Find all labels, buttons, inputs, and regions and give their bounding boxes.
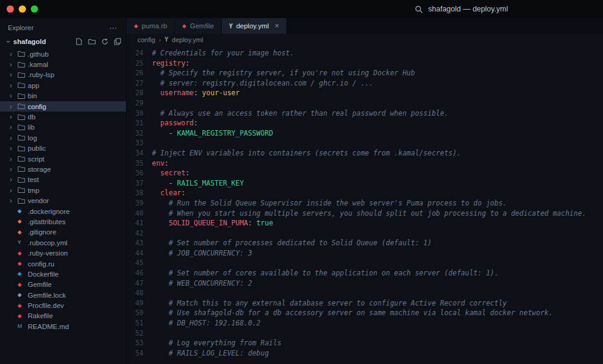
chevron-right-icon: › xyxy=(10,113,17,121)
maximize-window-button[interactable] xyxy=(31,5,38,13)
line-number: 50 xyxy=(127,308,152,318)
code-line-42: 42 xyxy=(127,228,603,239)
breadcrumb-file[interactable]: deploy.yml xyxy=(172,36,203,43)
line-number: 47 xyxy=(127,278,152,289)
code-line-43: 43 # Set number of processes dedicated t… xyxy=(127,238,603,248)
tree-file-Gemfile[interactable]: ◆Gemfile xyxy=(0,280,126,290)
ruby-icon: ◆ xyxy=(17,261,28,266)
tab-puma.rb[interactable]: ◆puma.rb xyxy=(127,18,175,34)
refresh-icon[interactable] xyxy=(101,38,109,45)
explorer-sidebar: Explorer ⋯ › shafagold xyxy=(0,18,127,364)
new-folder-icon[interactable] xyxy=(88,38,96,45)
tree-folder-bin[interactable]: ›bin xyxy=(0,91,126,101)
window-controls xyxy=(0,5,38,13)
tree-folder-log[interactable]: ›log xyxy=(0,133,126,143)
tree-folder-storage[interactable]: ›storage xyxy=(0,164,126,174)
chevron-right-icon: › xyxy=(10,92,17,99)
tree-folder-test[interactable]: ›test xyxy=(0,175,126,185)
collapse-all-icon[interactable] xyxy=(114,38,121,45)
folder-icon xyxy=(17,103,28,110)
tree-file-Dockerfile[interactable]: ◆Dockerfile xyxy=(0,269,126,279)
tree-folder-vendor[interactable]: ›vendor xyxy=(0,195,126,206)
tree-file-Gemfile.lock[interactable]: ◆Gemfile.lock xyxy=(0,290,126,300)
chevron-right-icon: › xyxy=(10,155,17,163)
code-line-40: 40 # When you start using multiple serve… xyxy=(127,209,603,219)
tab-deploy.yml[interactable]: Ydeploy.yml× xyxy=(222,18,287,34)
code-line-46: 46 # Set number of cores available to th… xyxy=(127,268,603,278)
tree-folder-.ruby-lsp[interactable]: ›.ruby-lsp xyxy=(0,70,126,80)
folder-icon xyxy=(17,145,28,152)
line-number: 41 xyxy=(127,218,152,228)
folder-icon xyxy=(17,82,28,89)
code-line-24: 24# Credentials for your image host. xyxy=(127,48,603,58)
code-line-31: 31 password: xyxy=(127,118,603,128)
tree-file-Rakefile[interactable]: ◆Rakefile xyxy=(0,311,126,321)
code-line-52: 52 xyxy=(127,328,603,339)
tree-folder-.kamal[interactable]: ›.kamal xyxy=(0,59,126,69)
line-number: 35 xyxy=(127,158,152,169)
tree-folder-app[interactable]: ›app xyxy=(0,80,126,90)
folder-icon xyxy=(17,198,28,204)
code-line-32: 32 - KAMAL_REGISTRY_PASSWORD xyxy=(127,128,603,139)
line-number: 30 xyxy=(127,108,152,119)
folder-icon xyxy=(17,93,28,99)
chevron-right-icon: › xyxy=(10,176,17,183)
tree-file-.dockerignore[interactable]: ◆.dockerignore xyxy=(0,206,126,216)
line-number: 39 xyxy=(127,198,152,209)
tree-file-.rubocop.yml[interactable]: Y.rubocop.yml xyxy=(0,237,126,248)
code-line-35: 35env: xyxy=(127,158,603,169)
line-number: 32 xyxy=(127,128,152,139)
tree-file-config.ru[interactable]: ◆config.ru xyxy=(0,259,126,269)
chevron-right-icon: › xyxy=(10,197,17,204)
line-number: 28 xyxy=(127,88,152,98)
explorer-header-label: Explorer xyxy=(8,24,34,31)
tree-folder-script[interactable]: ›script xyxy=(0,154,126,164)
tree-folder-lib[interactable]: ›lib xyxy=(0,122,126,133)
tree-file-.ruby-version[interactable]: ◆.ruby-version xyxy=(0,248,126,258)
tree-file-Procfile.dev[interactable]: ◆Procfile.dev xyxy=(0,300,126,310)
search-icon[interactable] xyxy=(415,5,423,13)
close-tab-icon[interactable]: × xyxy=(275,22,279,30)
line-number: 45 xyxy=(127,258,152,268)
breadcrumb[interactable]: config › Y deploy.yml xyxy=(127,34,603,45)
folder-icon xyxy=(17,114,28,121)
line-number: 54 xyxy=(127,348,152,359)
minimize-window-button[interactable] xyxy=(19,5,26,13)
code-line-49: 49 # Match this to any external database… xyxy=(127,298,603,309)
folder-icon xyxy=(17,166,28,172)
code-line-50: 50 # Use shafagold-db for a db accessory… xyxy=(127,308,603,318)
line-number: 24 xyxy=(127,48,152,58)
yaml-icon: Y xyxy=(229,23,233,30)
code-line-54: 54 # RAILS_LOG_LEVEL: debug xyxy=(127,348,603,359)
chevron-right-icon: › xyxy=(10,166,17,173)
line-number: 31 xyxy=(127,118,152,128)
breadcrumb-folder[interactable]: config xyxy=(137,36,155,43)
line-number: 38 xyxy=(127,188,152,198)
tree-file-.gitattributes[interactable]: ◆.gitattributes xyxy=(0,216,126,227)
chevron-right-icon: › xyxy=(10,61,17,68)
close-window-button[interactable] xyxy=(7,5,14,13)
tree-folder-config[interactable]: ›config xyxy=(0,101,126,111)
tree-folder-db[interactable]: ›db xyxy=(0,111,126,122)
tree-folder-tmp[interactable]: ›tmp xyxy=(0,185,126,195)
chevron-right-icon: › xyxy=(10,82,17,89)
tab-bar: ◆puma.rb◆GemfileYdeploy.yml× xyxy=(127,18,603,34)
tree-file-README.md[interactable]: MREADME.md xyxy=(0,321,126,331)
tree-file-.gitignore[interactable]: ◆.gitignore xyxy=(0,227,126,237)
line-number: 36 xyxy=(127,168,152,178)
project-root-row[interactable]: › shafagold xyxy=(0,36,126,48)
code-editor[interactable]: 24# Credentials for your image host.25re… xyxy=(127,45,603,364)
code-line-36: 36 secret: xyxy=(127,168,603,178)
line-number: 34 xyxy=(127,148,152,158)
tab-Gemfile[interactable]: ◆Gemfile xyxy=(175,18,222,34)
tree-folder-public[interactable]: ›public xyxy=(0,143,126,154)
folder-icon xyxy=(17,51,28,57)
line-number: 44 xyxy=(127,248,152,259)
docker-icon: ◆ xyxy=(17,271,28,277)
markdown-icon: M xyxy=(17,324,28,329)
new-file-icon[interactable] xyxy=(75,38,83,45)
more-actions-icon[interactable]: ⋯ xyxy=(109,24,118,33)
tree-folder-.github[interactable]: ›.github xyxy=(0,49,126,59)
code-line-30: 30 # Always use an access token rather t… xyxy=(127,108,603,119)
gem-icon: ◆ xyxy=(17,282,28,287)
